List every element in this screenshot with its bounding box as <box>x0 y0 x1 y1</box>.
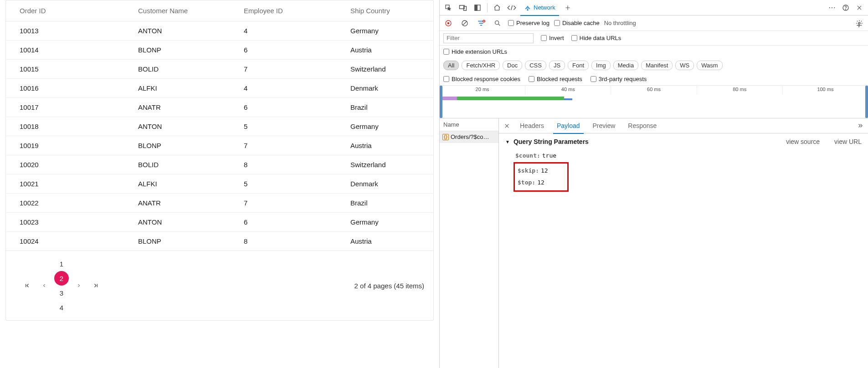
pager-page-2[interactable]: 2 <box>54 271 69 286</box>
help-icon[interactable] <box>839 1 853 15</box>
waterfall-left-handle[interactable] <box>440 86 442 118</box>
table-cell: 10018 <box>6 117 124 136</box>
pager-page-4[interactable]: 4 <box>54 300 69 315</box>
hide-data-urls-checkbox[interactable]: Hide data URLs <box>571 35 621 41</box>
qs-section-header[interactable]: ▼ Query String Parameters view source vi… <box>505 138 862 145</box>
request-list-header[interactable]: Name <box>440 118 498 131</box>
table-row[interactable]: 10022ANATR7Brazil <box>6 193 433 212</box>
tab-preview[interactable]: Preview <box>587 118 621 133</box>
tab-response[interactable]: Response <box>622 118 662 133</box>
more-detail-tabs-icon[interactable] <box>854 120 866 132</box>
table-cell: Austria <box>337 41 433 59</box>
qs-param-row: $top: 12 <box>516 177 550 189</box>
pager-page-1[interactable]: 1 <box>54 256 69 271</box>
filter-chip-wasm[interactable]: Wasm <box>697 61 722 70</box>
filter-toggle-icon[interactable] <box>475 17 487 29</box>
add-panel-icon[interactable]: + <box>853 20 864 31</box>
table-row[interactable]: 10015BOLID7Switzerland <box>6 59 433 78</box>
filter-chip-ws[interactable]: WS <box>675 61 694 70</box>
waterfall-overview[interactable]: 20 ms40 ms60 ms80 ms100 ms <box>440 86 868 118</box>
tab-headers[interactable]: Headers <box>514 118 550 133</box>
table-cell: Denmark <box>337 174 433 193</box>
table-cell: 10024 <box>6 232 124 250</box>
close-detail-button[interactable] <box>501 120 513 132</box>
pager-first-button[interactable] <box>20 278 34 293</box>
pager-page-3[interactable]: 3 <box>54 286 69 300</box>
table-cell: BLONP <box>124 136 230 155</box>
table-cell: 10017 <box>6 98 124 117</box>
table-row[interactable]: 10023ANTON6Germany <box>6 212 433 231</box>
more-tools-icon[interactable]: ⋯ <box>825 1 839 15</box>
filter-chip-all[interactable]: All <box>443 61 459 70</box>
pager-last-button[interactable] <box>89 278 103 293</box>
request-item-name: Orders/?$co… <box>451 133 489 140</box>
filter-chip-font[interactable]: Font <box>568 61 589 70</box>
filter-chip-css[interactable]: CSS <box>525 61 546 70</box>
blocked-requests-checkbox[interactable]: Blocked requests <box>529 76 582 82</box>
qs-val: true <box>542 150 556 162</box>
pager-next-button[interactable] <box>72 278 86 293</box>
request-item[interactable]: {} Orders/?$co… <box>440 131 498 143</box>
table-cell: ANTON <box>124 117 230 136</box>
table-cell: ALFKI <box>124 79 230 97</box>
clear-button[interactable] <box>459 17 471 29</box>
search-icon[interactable] <box>492 17 503 29</box>
view-source-link[interactable]: view source <box>786 138 820 145</box>
table-cell: ANATR <box>124 98 230 117</box>
inspect-icon[interactable] <box>442 1 455 15</box>
col-employee-id[interactable]: Employee ID <box>230 0 337 21</box>
elements-tab-icon[interactable] <box>505 1 519 15</box>
table-row[interactable]: 10024BLONP8Austria <box>6 231 433 250</box>
device-toggle-icon[interactable] <box>456 1 470 15</box>
table-row[interactable]: 10018ANTON5Germany <box>6 117 433 136</box>
col-customer[interactable]: Customer Name <box>124 0 230 21</box>
filter-chip-doc[interactable]: Doc <box>503 61 522 70</box>
qs-title: Query String Parameters <box>514 138 589 145</box>
filter-input[interactable] <box>443 33 534 43</box>
filter-chip-media[interactable]: Media <box>613 61 638 70</box>
close-devtools-button[interactable] <box>853 1 866 15</box>
table-cell: 10021 <box>6 174 124 193</box>
view-url-link[interactable]: view URL <box>834 138 862 145</box>
filter-chip-manifest[interactable]: Manifest <box>641 61 673 70</box>
table-cell: 7 <box>230 60 337 78</box>
tab-network-label: Network <box>534 4 555 11</box>
pager-status: 2 of 4 pages (45 items) <box>354 282 424 290</box>
pager-prev-button[interactable] <box>37 278 51 293</box>
waterfall-tick: 20 ms <box>440 86 525 95</box>
welcome-tab-icon[interactable] <box>490 1 504 15</box>
filter-chip-fetchxhr[interactable]: Fetch/XHR <box>462 61 500 70</box>
col-ship-country[interactable]: Ship Country <box>337 0 433 21</box>
record-button[interactable] <box>442 17 454 29</box>
table-row[interactable]: 10021ALFKI5Denmark <box>6 174 433 193</box>
new-tab-button[interactable] <box>561 1 575 15</box>
data-grid-pane: Order ID Customer Name Employee ID Ship … <box>0 0 439 368</box>
table-row[interactable]: 10016ALFKI4Denmark <box>6 78 433 97</box>
table-cell: 7 <box>230 136 337 155</box>
preserve-log-checkbox[interactable]: Preserve log <box>508 20 550 26</box>
hide-ext-urls-checkbox[interactable]: Hide extension URLs <box>443 46 864 58</box>
table-row[interactable]: 10020BOLID8Switzerland <box>6 155 433 174</box>
disable-cache-checkbox[interactable]: Disable cache <box>554 20 600 26</box>
blocked-cookies-checkbox[interactable]: Blocked response cookies <box>443 76 520 82</box>
table-cell: 4 <box>230 21 337 40</box>
table-row[interactable]: 10014BLONP6Austria <box>6 40 433 59</box>
extra-filter-row: Blocked response cookies Blocked request… <box>443 73 864 85</box>
table-cell: 5 <box>230 117 337 136</box>
tab-network[interactable]: Network <box>519 0 560 15</box>
third-party-checkbox[interactable]: 3rd-party requests <box>591 76 647 82</box>
filter-row: Invert Hide data URLs <box>440 31 868 46</box>
filter-chip-img[interactable]: Img <box>591 61 611 70</box>
qs-key: $count: <box>515 150 540 162</box>
invert-checkbox[interactable]: Invert <box>541 35 564 41</box>
table-row[interactable]: 10013ANTON4Germany <box>6 21 433 40</box>
dock-icon[interactable] <box>471 1 484 15</box>
waterfall-right-handle[interactable] <box>865 86 868 118</box>
qs-params: $count: true $skip: 12 $top: 12 <box>514 150 862 192</box>
table-row[interactable]: 10017ANATR6Brazil <box>6 97 433 117</box>
throttling-dropdown[interactable]: No throttling <box>604 20 636 26</box>
tab-payload[interactable]: Payload <box>551 118 586 133</box>
table-row[interactable]: 10019BLONP7Austria <box>6 136 433 155</box>
filter-chip-js[interactable]: JS <box>549 61 565 70</box>
col-order-id[interactable]: Order ID <box>6 0 124 21</box>
